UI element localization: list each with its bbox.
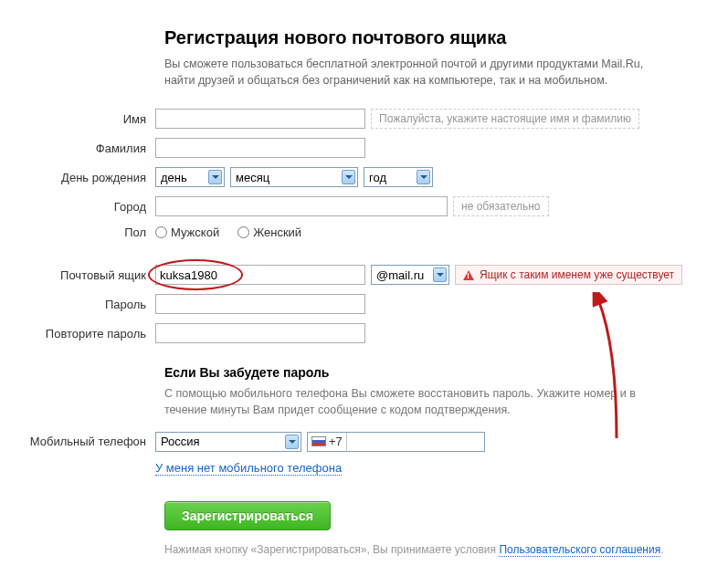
firstname-label: Имя <box>0 112 155 126</box>
password-input[interactable] <box>155 294 365 314</box>
mailbox-domain-select[interactable]: @mail.ru <box>371 265 449 285</box>
chevron-down-icon <box>342 170 355 184</box>
birthday-day-select[interactable]: день <box>155 167 225 187</box>
recovery-heading: Если Вы забудете пароль <box>164 365 728 380</box>
mobile-prefix: +7 <box>329 435 343 448</box>
birthday-label: День рождения <box>0 171 155 184</box>
page-subtitle: Вы сможете пользоваться бесплатной элект… <box>164 56 676 89</box>
birthday-day-value: день <box>161 171 187 184</box>
city-hint: не обязательно <box>453 196 549 216</box>
sex-female-label: Женский <box>253 225 301 239</box>
sex-label: Пол <box>0 225 155 239</box>
agreement-prefix: Нажимая кнопку «Зарегистрироваться», Вы … <box>164 543 499 556</box>
mailbox-domain-value: @mail.ru <box>376 268 424 282</box>
birthday-year-value: год <box>369 171 386 184</box>
mailbox-error: Ящик с таким именем уже существует <box>455 265 682 285</box>
birthday-month-select[interactable]: месяц <box>230 167 358 187</box>
mailbox-label: Почтовый ящик <box>0 268 155 282</box>
mobile-country-value: Россия <box>161 435 200 448</box>
sex-male-label: Мужской <box>171 225 219 239</box>
lastname-input[interactable] <box>155 138 365 158</box>
password2-label: Повторите пароль <box>0 327 155 341</box>
chevron-down-icon <box>285 435 299 449</box>
recovery-desc: С помощью мобильного телефона Вы сможете… <box>164 385 658 418</box>
agreement-text: Нажимая кнопку «Зарегистрироваться», Вы … <box>164 543 728 556</box>
page-title: Регистрация нового почтового ящика <box>164 27 728 48</box>
name-hint: Пожалуйста, укажите настоящие имя и фами… <box>371 109 639 129</box>
mobile-country-select[interactable]: Россия <box>155 432 301 452</box>
chevron-down-icon <box>208 170 222 184</box>
password-label: Пароль <box>0 298 155 311</box>
no-mobile-link[interactable]: У меня нет мобильного телефона <box>155 461 342 476</box>
sex-male-radio[interactable]: Мужской <box>155 225 219 239</box>
firstname-input[interactable] <box>155 109 365 129</box>
chevron-down-icon <box>433 267 447 282</box>
city-label: Город <box>0 200 155 214</box>
mobile-number-input[interactable] <box>347 433 484 451</box>
mobile-label: Мобильный телефон <box>0 435 155 448</box>
register-button[interactable]: Зарегистрироваться <box>164 501 331 530</box>
mailbox-login-input[interactable] <box>155 265 365 285</box>
warning-icon <box>463 270 474 280</box>
mailbox-error-text: Ящик с таким именем уже существует <box>480 268 674 281</box>
radio-icon <box>237 226 249 238</box>
radio-icon <box>155 226 167 238</box>
chevron-down-icon <box>417 170 430 184</box>
flag-ru-icon <box>311 436 326 446</box>
sex-female-radio[interactable]: Женский <box>237 225 301 239</box>
lastname-label: Фамилия <box>0 142 155 155</box>
agreement-link[interactable]: Пользовательского соглашения <box>499 543 660 557</box>
birthday-month-value: месяц <box>236 171 269 184</box>
birthday-year-select[interactable]: год <box>364 167 433 187</box>
password2-input[interactable] <box>155 323 365 343</box>
city-input[interactable] <box>155 196 448 216</box>
